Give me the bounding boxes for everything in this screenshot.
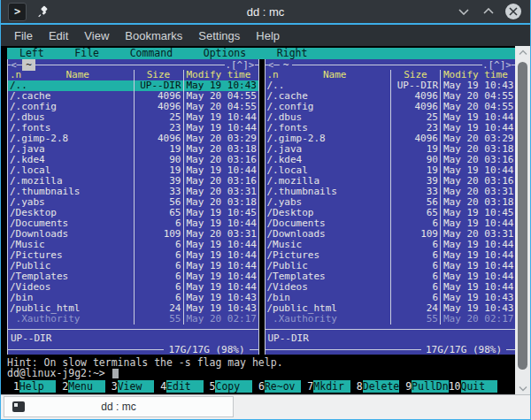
function-key-bar: 1Help 2Menu 3View 4Edit 5Copy 6Re~ov 7Mk… [7, 381, 516, 393]
file-name: /.dbus [266, 112, 391, 123]
file-name: .Xauthority [266, 314, 391, 325]
tab-label: dd : mc [4, 401, 233, 413]
file-name: /.cache [8, 91, 134, 102]
konsole-window: > dd : mc FileEditViewBookmarksSe [0, 0, 531, 420]
fkey-label: Delete [363, 380, 400, 393]
mc-menu-file[interactable]: File [74, 48, 99, 59]
app-menu-file[interactable]: File [6, 27, 41, 44]
left-panel-footer: 17G/17G (98%) [8, 344, 258, 355]
app-menu-bookmarks[interactable]: Bookmarks [117, 27, 190, 44]
file-name: /.local [266, 165, 391, 176]
fkey-number: 3 [105, 380, 118, 393]
mc-menu-command[interactable]: Command [130, 48, 173, 59]
fkey-number: 1 [7, 380, 19, 393]
file-name: /.gimp-2.8 [266, 134, 391, 144]
fkey-number: 2 [56, 380, 68, 393]
file-name: /Music [8, 240, 134, 250]
fkey-8[interactable]: 8Delete [350, 380, 399, 393]
left-disk-usage: 17G/17G (98%) [164, 344, 249, 355]
terminal-view[interactable]: Left File Command Options Right <─ ~ .[^… [1, 46, 530, 394]
fkey-1[interactable]: 1Help [7, 380, 56, 393]
file-name: /.cache [266, 91, 391, 102]
right-panel-directory[interactable]: ~ [280, 59, 293, 71]
scrollbar-handle[interactable] [518, 62, 527, 370]
window-title: dd : mc [1, 5, 530, 19]
file-row[interactable]: .Xauthority55May 20 02:17 [8, 314, 258, 325]
file-size: 55 [134, 314, 183, 325]
file-name: /bin [266, 293, 391, 303]
fkey-4[interactable]: 4Edit [154, 380, 203, 393]
file-name: /Pictures [8, 250, 134, 261]
scroll-down-icon[interactable] [519, 382, 527, 394]
frame-line [266, 59, 268, 70]
sort-indicator[interactable]: .n [266, 70, 280, 80]
file-name: /.. [266, 80, 391, 91]
scroll-up-icon[interactable] [519, 46, 527, 58]
fkey-5[interactable]: 5Copy [204, 380, 252, 393]
tab-dd-mc[interactable]: dd : mc [4, 396, 234, 417]
file-name: /Public [266, 261, 391, 271]
scrollbar-track[interactable] [515, 58, 530, 382]
command-line[interactable]: dd@linux-j9g2:~> [7, 368, 516, 379]
left-panel-title: <─ ~ .[^]> [8, 59, 258, 70]
file-name: /.yabs [8, 197, 134, 208]
mc-menu-right[interactable]: Right [277, 48, 308, 59]
close-button[interactable] [505, 4, 521, 19]
column-header-size[interactable]: Size [390, 70, 440, 80]
app-menu-settings[interactable]: Settings [190, 27, 248, 44]
file-name: /.config [8, 102, 134, 112]
fkey-9[interactable]: 9PullDn [399, 380, 448, 393]
fkey-2[interactable]: 2Menu [56, 380, 104, 393]
file-name: /Videos [8, 282, 134, 293]
column-header-mtime[interactable]: Modify time [183, 70, 258, 80]
panel-separator [8, 325, 258, 333]
column-header-name[interactable]: Name [22, 70, 134, 80]
terminal-cursor [112, 369, 119, 378]
sort-indicator[interactable]: .n [8, 70, 22, 80]
app-menu-help[interactable]: Help [248, 27, 288, 44]
left-panel-file-list: /..UP--DIRMay 19 10:43/.cache4096May 20 … [8, 80, 258, 325]
mc-menu-left[interactable]: Left [19, 48, 44, 59]
right-panel-file-list: /..UP--DIRMay 19 10:43/.cache4096May 20 … [266, 80, 516, 325]
left-panel-directory[interactable]: ~ [22, 59, 35, 71]
fkey-label: Menu [68, 380, 105, 393]
file-name: /.mozilla [8, 176, 134, 187]
right-disk-usage: 17G/17G (98%) [421, 344, 506, 355]
file-name: /Pictures [266, 250, 391, 261]
fkey-number: 6 [252, 380, 265, 393]
fkey-label: Quit [461, 380, 498, 393]
file-name: /.fonts [8, 123, 134, 134]
mc-menu-options[interactable]: Options [204, 48, 246, 59]
fkey-number: 5 [204, 380, 216, 393]
terminal-scrollbar[interactable] [515, 46, 530, 394]
pin-icon[interactable] [37, 5, 50, 18]
file-name: /Desktop [266, 208, 391, 218]
frame-line [8, 344, 164, 355]
file-row[interactable]: .Xauthority55May 20 02:17 [266, 314, 516, 325]
app-menu-edit[interactable]: Edit [41, 27, 76, 44]
titlebar[interactable]: > dd : mc [1, 0, 530, 25]
fkey-6[interactable]: 6Re~ov [252, 380, 301, 393]
file-name: /Documents [8, 218, 134, 229]
fkey-7[interactable]: 7Mkdir [301, 380, 350, 393]
column-header-mtime[interactable]: Modify time [440, 70, 515, 80]
file-name: /.config [266, 102, 391, 112]
maximize-button[interactable] [481, 4, 496, 19]
minimize-button[interactable] [456, 4, 472, 19]
fkey-label: PullDn [412, 380, 449, 393]
panel-separator [266, 325, 516, 333]
file-name: /Documents [266, 218, 391, 229]
fkey-label: View [118, 380, 155, 393]
tab-bar: dd : mc [1, 394, 530, 419]
file-name: /Videos [266, 282, 391, 293]
column-header-name[interactable]: Name [280, 70, 391, 80]
file-name: /public_html [266, 303, 391, 314]
app-menu-view[interactable]: View [76, 27, 117, 44]
fkey-label: Mkdir [313, 380, 350, 393]
fkey-label: Edit [166, 380, 204, 393]
right-panel-column-headers: .n Name Size Modify time [266, 70, 516, 80]
fkey-10[interactable]: 10Quit [449, 380, 497, 393]
file-name: /Downloads [266, 229, 391, 240]
column-header-size[interactable]: Size [134, 70, 183, 80]
fkey-3[interactable]: 3View [105, 380, 154, 393]
